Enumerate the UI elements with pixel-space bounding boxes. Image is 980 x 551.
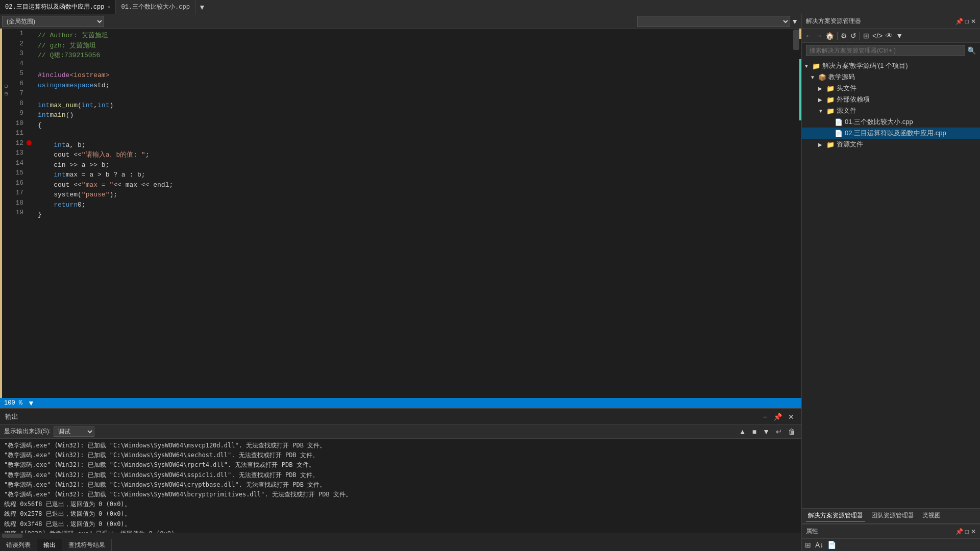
prop-maximize-btn[interactable]: □ [965, 528, 969, 535]
tab-dropdown-btn[interactable]: ▼ [198, 2, 207, 12]
output-wrap-btn[interactable]: ↵ [774, 427, 784, 437]
bottom-tab-find[interactable]: 查找符号结果 [62, 539, 112, 551]
cm-3[interactable] [2, 44, 10, 52]
tree-icon-01-cpp: 📄 [835, 118, 843, 126]
code-content[interactable]: // Author: 艾茵施坦 // gzh: 艾茵施坦 // Q裙:73921… [34, 29, 791, 398]
solution-search-input[interactable] [806, 45, 965, 56]
tab-02-cpp-close[interactable]: ✕ [107, 4, 110, 10]
tree-item-external-deps[interactable]: ▶ 📁 外部依赖项 [802, 94, 980, 105]
tree-item-project[interactable]: ▼ 📦 教学源码 [802, 71, 980, 83]
tree-icon-sources: 📁 [826, 107, 835, 115]
tree-item-01-cpp[interactable]: 📄 01.三个数比较大小.cpp [802, 116, 980, 128]
right-bottom-tabs: 解决方案资源管理器 团队资源管理器 类视图 [806, 510, 943, 522]
cm-1[interactable] [2, 29, 10, 36]
right-tab-solution-explorer[interactable]: 解决方案资源管理器 [806, 510, 865, 522]
se-close-btn[interactable]: ✕ [971, 18, 976, 25]
scope-right-select[interactable] [637, 16, 790, 27]
tree-item-02-cpp[interactable]: 📄 02.三目运算符以及函数中应用.cpp [802, 128, 980, 139]
prop-pin-btn[interactable]: 📌 [955, 528, 963, 535]
cm-4[interactable] [2, 52, 10, 59]
tree-item-solution[interactable]: ▼ 📁 解决方案'教学源码'(1 个项目) [802, 60, 980, 71]
tree-arrow-resources: ▶ [818, 142, 824, 147]
prop-categories-btn[interactable]: ⊞ [804, 540, 812, 550]
collapse-col: ⊟ ⊟ [2, 29, 10, 398]
cm-19[interactable] [2, 166, 10, 174]
zoom-dropdown[interactable]: ▼ [27, 398, 36, 408]
output-stop-btn[interactable]: ■ [750, 427, 758, 437]
prop-close-btn[interactable]: ✕ [971, 528, 976, 535]
toolbar-sep-2 [860, 32, 860, 40]
tab-01-cpp-label: 01.三个数比较大小.cpp [121, 3, 189, 11]
output-next-btn[interactable]: ▼ [761, 427, 772, 437]
cm-18[interactable] [2, 159, 10, 166]
se-back-btn[interactable]: ← [804, 31, 813, 41]
cm-15[interactable] [2, 136, 10, 143]
output-up-btn[interactable]: ▲ [737, 427, 748, 437]
output-hscroll[interactable] [0, 533, 801, 539]
solution-search-btn[interactable]: 🔍 [967, 46, 976, 55]
output-pin-btn[interactable]: 📌 [771, 412, 784, 422]
se-view-btn[interactable]: ⊞ [862, 31, 870, 41]
cm-14[interactable] [2, 128, 10, 136]
code-line-4 [38, 61, 791, 71]
solution-explorer-title: 解决方案资源管理器 [806, 17, 955, 26]
tab-01-cpp[interactable]: 01.三个数比较大小.cpp [116, 0, 195, 14]
scope-expand-btn[interactable]: ▼ [790, 16, 799, 27]
cm-7[interactable] [2, 74, 10, 82]
cm-5[interactable] [2, 59, 10, 67]
output-minimize-btn[interactable]: − [761, 412, 769, 422]
tree-item-resources[interactable]: ▶ 📁 资源文件 [802, 139, 980, 150]
output-source-select[interactable]: 调试 [54, 427, 94, 437]
se-home-btn[interactable]: 🏠 [824, 31, 835, 41]
cm-17[interactable] [2, 151, 10, 159]
output-line-8: 线程 0x2578 已退出，返回值为 0 (0x0)。 [4, 509, 797, 519]
cm-2[interactable] [2, 36, 10, 44]
output-line-10: 程序 "[9920] 教学源码.exe" 已退出，返回值为 0 (0x0)。 [4, 529, 797, 533]
breakpoint-area [26, 29, 34, 398]
output-source-label: 显示输出来源(S): [4, 427, 51, 436]
tree-item-headers[interactable]: ▶ 📁 头文件 [802, 83, 980, 94]
scrollbar-area[interactable] [791, 29, 801, 398]
cm-11[interactable] [2, 105, 10, 113]
prop-alpha-btn[interactable]: A↓ [814, 540, 824, 550]
editor-area: (全局范围) ▼ ⊟ ⊟ [0, 14, 801, 551]
cm-16[interactable] [2, 143, 10, 151]
se-maximize-btn[interactable]: □ [965, 18, 969, 25]
output-hscroll-thumb[interactable] [2, 534, 22, 538]
scrollbar-thumb[interactable] [793, 30, 799, 50]
cm-12[interactable] [2, 113, 10, 120]
right-tab-class-view[interactable]: 类视图 [920, 510, 943, 522]
se-show-all-btn[interactable]: 👁 [885, 31, 894, 41]
scope-left-select[interactable]: (全局范围) [2, 16, 104, 27]
cm-10[interactable] [2, 97, 10, 105]
output-line-9: 线程 0x3f48 已退出，返回值为 0 (0x0)。 [4, 519, 797, 529]
cm-6[interactable] [2, 67, 10, 74]
green-indicator [799, 59, 801, 120]
tree-icon-headers: 📁 [826, 85, 835, 92]
right-tab-team-explorer[interactable]: 团队资源管理器 [869, 510, 916, 522]
se-settings-btn[interactable]: ⚙ [840, 31, 848, 41]
cm-13[interactable] [2, 120, 10, 128]
se-code-btn[interactable]: </> [871, 31, 884, 41]
se-refresh-btn[interactable]: ↺ [849, 31, 857, 41]
tree-icon-external-deps: 📁 [826, 96, 835, 104]
tree-item-sources[interactable]: ▼ 📁 源文件 [802, 105, 980, 116]
bottom-tabs: 错误列表 输出 查找符号结果 [0, 539, 801, 551]
cm-8[interactable]: ⊟ [2, 82, 10, 90]
output-title: 输出 [5, 412, 18, 421]
prop-pages-btn[interactable]: 📄 [826, 540, 837, 550]
output-content: "教学源码.exe" (Win32): 已加载 "C:\Windows\SysW… [0, 439, 801, 533]
se-forward-btn[interactable]: → [814, 31, 823, 41]
tree-label-external-deps: 外部依赖项 [837, 95, 870, 104]
cm-9[interactable]: ⊟ [2, 90, 10, 97]
solution-explorer-header: 解决方案资源管理器 📌 □ ✕ [802, 14, 980, 29]
output-close-btn[interactable]: ✕ [786, 412, 796, 422]
tab-02-cpp[interactable]: 02.三目运算符以及函数中应用.cpp ✕ [0, 0, 116, 14]
tree-label-02-cpp: 02.三目运算符以及函数中应用.cpp [845, 129, 946, 138]
bottom-tab-output[interactable]: 输出 [37, 539, 62, 551]
output-clear-btn[interactable]: 🗑 [786, 427, 797, 437]
bottom-tab-errors[interactable]: 错误列表 [0, 539, 37, 551]
code-line-2: // gzh: 艾茵施坦 [38, 41, 791, 51]
se-filter-btn[interactable]: ▼ [895, 31, 904, 41]
se-pin-btn[interactable]: 📌 [955, 18, 963, 25]
